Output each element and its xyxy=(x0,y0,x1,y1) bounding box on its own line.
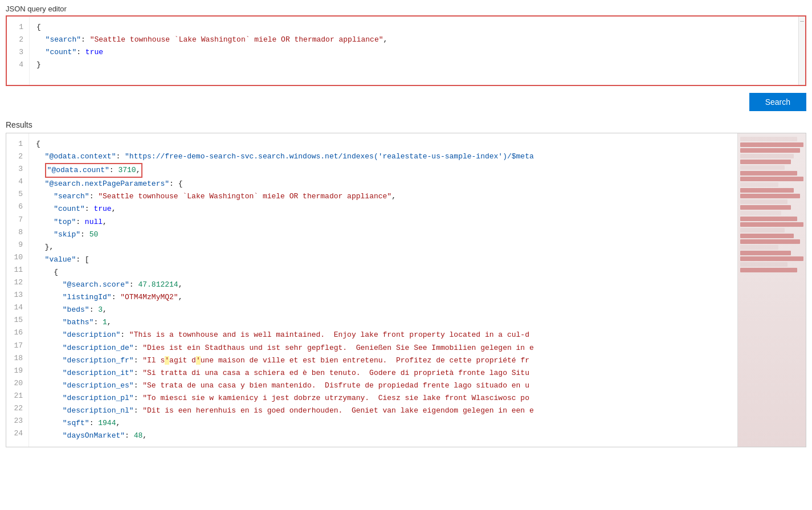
code-line-2: "search": "Seattle townhouse `Lake Washi… xyxy=(36,34,798,46)
results-code: { "@odata.context": "https://free-demo-s… xyxy=(29,133,732,447)
search-button[interactable]: Search xyxy=(749,93,806,111)
result-line-23: "sqft": 1944, xyxy=(36,417,725,430)
results-line-numbers: 123456 789101112 131415161718 1920212223… xyxy=(6,133,29,447)
result-line-15: "baths": 1, xyxy=(36,316,725,329)
search-button-row: Search xyxy=(0,86,812,118)
editor-scrollbar[interactable]: — xyxy=(798,17,805,85)
result-line-1: { xyxy=(36,138,725,150)
code-line-4: } xyxy=(36,59,798,71)
result-line-18: "description_fr": "Il s'agit d'une maiso… xyxy=(36,354,725,367)
result-line-8: "skip": 50 xyxy=(36,229,725,241)
result-line-3: "@odata.count": 3710, xyxy=(36,163,725,178)
results-label: Results xyxy=(0,118,812,133)
result-line-4: "@search.nextPageParameters": { xyxy=(36,178,725,190)
result-line-11: { xyxy=(36,266,725,279)
result-line-6: "count": true, xyxy=(36,203,725,215)
editor-line-numbers: 1 2 3 4 xyxy=(7,17,30,85)
results-minimap xyxy=(737,133,806,447)
result-line-9: }, xyxy=(36,241,725,254)
result-line-24: "daysOnMarket": 48, xyxy=(36,430,725,442)
result-line-17: "description_de": "Dies ist ein Stadthau… xyxy=(36,342,725,354)
json-query-editor[interactable]: 1 2 3 4 { "search": "Seattle townhouse `… xyxy=(6,15,806,86)
result-line-19: "description_it": "Si tratta di una casa… xyxy=(36,367,725,380)
result-line-10: "value": [ xyxy=(36,254,725,266)
code-line-1: { xyxy=(36,21,798,34)
result-line-14: "beds": 3, xyxy=(36,304,725,316)
result-line-2: "@odata.context": "https://free-demo-sea… xyxy=(36,150,725,163)
result-line-7: "top": null, xyxy=(36,216,725,229)
editor-label: JSON query editor xyxy=(0,0,812,15)
results-container: 123456 789101112 131415161718 1920212223… xyxy=(6,133,806,447)
result-line-5: "search": "Seattle townhouse `Lake Washi… xyxy=(36,190,725,203)
code-line-3: "count": true xyxy=(36,46,798,59)
result-line-20: "description_es": "Se trata de una casa … xyxy=(36,380,725,392)
result-line-16: "description": "This is a townhouse and … xyxy=(36,329,725,341)
minimap-content xyxy=(738,133,806,276)
editor-code[interactable]: { "search": "Seattle townhouse `Lake Was… xyxy=(30,17,805,85)
result-line-12: "@search.score": 47.812214, xyxy=(36,279,725,291)
result-line-13: "listingId": "OTM4MzMyMQ2", xyxy=(36,291,725,304)
result-line-22: "description_nl": "Dit is een herenhuis … xyxy=(36,405,725,417)
result-line-21: "description_pl": "To miesci sie w kamie… xyxy=(36,392,725,405)
